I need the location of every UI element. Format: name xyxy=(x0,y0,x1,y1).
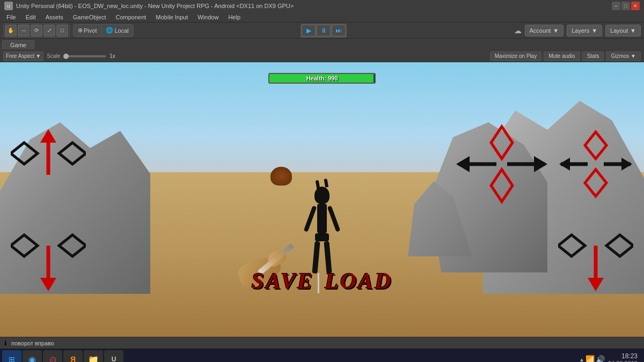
stats-button[interactable]: Stats xyxy=(582,51,604,61)
menu-window[interactable]: Window xyxy=(193,13,223,21)
svg-marker-3 xyxy=(40,129,56,143)
status-icon: ℹ xyxy=(4,339,7,347)
close-button[interactable]: ✕ xyxy=(631,2,640,10)
cloud-icon[interactable]: ☁ xyxy=(514,26,522,35)
game-toolbar: Free Aspect ▼ Scale 1x Maximize on Play … xyxy=(0,50,644,62)
scale-slider[interactable] xyxy=(63,55,106,57)
menu-component[interactable]: Component xyxy=(111,13,150,21)
dpad-right-bottom[interactable] xyxy=(558,219,633,294)
svg-marker-14 xyxy=(585,132,606,159)
sound-tray-icon[interactable]: 🔊 xyxy=(596,355,605,362)
menu-assets[interactable]: Assets xyxy=(41,13,68,21)
maximize-button[interactable]: □ xyxy=(621,2,630,10)
menu-bar: File Edit Assets GameObject Component Mo… xyxy=(0,12,644,23)
game-tab-bar: Game xyxy=(0,39,644,50)
pivot-button[interactable]: ⊕ Pivot xyxy=(74,25,101,36)
unity-taskbar-button[interactable]: U xyxy=(104,350,123,362)
window-title: Unity Personal (64bit) - EOS_DW_new_loc.… xyxy=(16,3,294,9)
hand-tool-button[interactable]: ✋ xyxy=(5,25,17,36)
bush xyxy=(270,167,292,186)
minimize-button[interactable]: ─ xyxy=(612,2,620,10)
toolbar-right: ☁ Account ▼ Layers ▼ Layout ▼ xyxy=(514,25,641,36)
scale-value: 1x xyxy=(109,53,115,59)
menu-edit[interactable]: Edit xyxy=(21,13,40,21)
status-bar: ℹ поворот вправо xyxy=(0,337,644,349)
chrome-button[interactable]: ◉ xyxy=(23,350,42,362)
rect-tool-button[interactable]: □ xyxy=(56,25,68,36)
dpad-left-top-svg xyxy=(11,127,86,202)
svg-marker-17 xyxy=(559,158,570,171)
svg-marker-0 xyxy=(11,143,38,164)
svg-marker-7 xyxy=(40,278,56,291)
step-button[interactable]: ⏭ xyxy=(332,25,346,36)
gizmos-button[interactable]: Gizmos ▼ xyxy=(606,51,641,61)
game-panel: Game Free Aspect ▼ Scale 1x Maximize on … xyxy=(0,39,644,337)
opera-button[interactable]: ⊙ xyxy=(43,350,62,362)
taskbar: ⊞ ◉ ⊙ Я 📁 U ▲ 📶 🔊 18:23 04.02.2018 xyxy=(0,349,644,362)
svg-marker-5 xyxy=(59,235,86,256)
pivot-local-group: ⊕ Pivot 🌐 Local xyxy=(73,24,134,37)
layout-dropdown[interactable]: Layout ▼ xyxy=(605,25,641,36)
unity-logo-icon: U xyxy=(4,2,13,10)
scale-label: Scale xyxy=(47,53,60,59)
toolbar: ✋ ↔ ⟳ ⤢ □ ⊕ Pivot 🌐 Local ▶ ⏸ ⏭ ☁ Accoun… xyxy=(0,23,644,39)
dpad-right-top-svg xyxy=(558,127,633,202)
save-load-divider: | xyxy=(316,268,323,294)
network-tray-icon[interactable]: 📶 xyxy=(586,355,595,362)
account-dropdown[interactable]: Account ▼ xyxy=(525,25,564,36)
menu-gameobject[interactable]: GameObject xyxy=(69,13,111,21)
maximize-on-play-button[interactable]: Maximize on Play xyxy=(490,51,541,61)
health-label: Health: 990 xyxy=(306,75,338,82)
skeleton-torso xyxy=(317,204,327,233)
local-button[interactable]: 🌐 Local xyxy=(101,25,133,36)
menu-file[interactable]: File xyxy=(2,13,20,21)
clock-date: 04.02.2018 xyxy=(608,360,638,362)
svg-marker-1 xyxy=(59,143,86,164)
load-text[interactable]: LOAD xyxy=(325,268,392,294)
play-button[interactable]: ▶ xyxy=(302,25,316,36)
menu-mobile-input[interactable]: Mobile Input xyxy=(151,13,192,21)
skeleton-head xyxy=(314,187,330,204)
aspect-dropdown[interactable]: Free Aspect ▼ xyxy=(3,51,43,61)
status-text: поворот вправо xyxy=(11,340,54,346)
taskbar-clock[interactable]: 18:23 04.02.2018 xyxy=(608,352,642,362)
svg-marker-4 xyxy=(11,235,38,256)
dpad-left-bottom-svg xyxy=(11,219,86,294)
dpad-left-bottom[interactable] xyxy=(11,219,86,294)
game-tab[interactable]: Game xyxy=(2,40,34,49)
health-bar-container: Health: 990 xyxy=(268,73,376,84)
explorer-button[interactable]: 📁 xyxy=(84,350,103,362)
mute-audio-button[interactable]: Mute audio xyxy=(544,51,580,61)
svg-marker-23 xyxy=(588,278,604,291)
svg-marker-19 xyxy=(621,158,632,171)
svg-marker-9 xyxy=(491,169,513,202)
layers-dropdown[interactable]: Layers ▼ xyxy=(567,25,602,36)
clock-time: 18:23 xyxy=(608,352,638,360)
game-viewport[interactable]: Health: 990 xyxy=(0,62,644,337)
svg-marker-15 xyxy=(585,169,606,196)
tray-arrow[interactable]: ▲ xyxy=(579,357,584,363)
dpad-left-top[interactable] xyxy=(11,127,86,202)
scale-tool-button[interactable]: ⤢ xyxy=(43,25,55,36)
start-button[interactable]: ⊞ xyxy=(2,350,21,362)
rotate-tool-button[interactable]: ⟳ xyxy=(31,25,42,36)
system-tray: ▲ 📶 🔊 xyxy=(577,355,607,362)
yandex-button[interactable]: Я xyxy=(63,350,83,362)
dpad-mid-right[interactable] xyxy=(453,116,550,212)
skeleton-hips xyxy=(315,233,329,241)
title-bar: U Unity Personal (64bit) - EOS_DW_new_lo… xyxy=(0,0,644,12)
save-text[interactable]: SAVE xyxy=(252,268,314,294)
move-tool-button[interactable]: ↔ xyxy=(18,25,30,36)
save-load-text: SAVE | LOAD xyxy=(252,268,393,294)
pause-button[interactable]: ⏸ xyxy=(317,25,331,36)
svg-marker-11 xyxy=(456,156,470,172)
play-controls: ▶ ⏸ ⏭ xyxy=(301,24,347,38)
dpad-right-top[interactable] xyxy=(558,127,633,202)
svg-marker-8 xyxy=(491,127,513,159)
game-toolbar-right: Maximize on Play Mute audio Stats Gizmos… xyxy=(490,51,641,61)
svg-marker-13 xyxy=(534,156,547,172)
dpad-right-bottom-svg xyxy=(558,219,633,294)
transform-tools-group: ✋ ↔ ⟳ ⤢ □ xyxy=(3,24,70,38)
menu-help[interactable]: Help xyxy=(224,13,245,21)
dpad-mid-right-svg xyxy=(453,116,550,212)
